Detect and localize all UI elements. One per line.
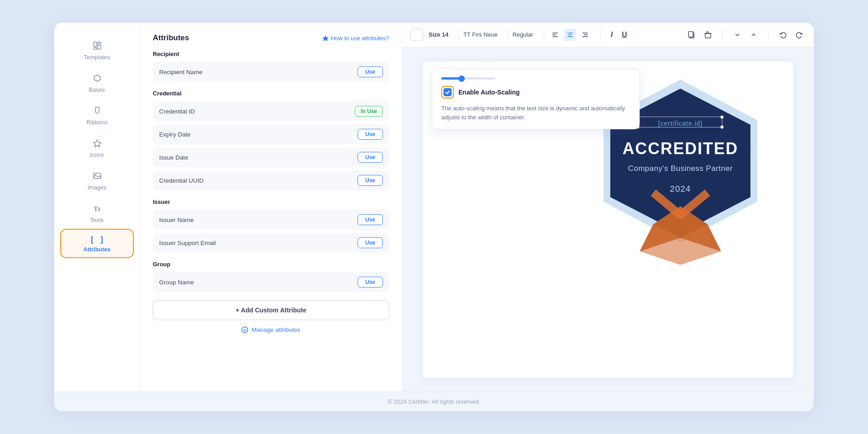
font-size-label[interactable]: Size 14 <box>429 31 448 38</box>
attr-name-recipient-name: Recipient Name <box>159 69 203 75</box>
svg-text:2024: 2024 <box>670 184 691 193</box>
sidebar-item-images[interactable]: Images <box>54 164 140 196</box>
sidebar-item-texts[interactable]: Tt Texts <box>54 196 140 229</box>
attr-row-issuer-name: Issuer Name Use <box>153 210 389 230</box>
autoscale-row: Enable Auto-Scaling <box>441 86 630 99</box>
use-btn-recipient-name[interactable]: Use <box>358 66 383 77</box>
use-btn-expiry-date[interactable]: Use <box>358 129 383 140</box>
svg-point-9 <box>242 327 248 333</box>
redo-btn[interactable] <box>793 28 806 41</box>
delete-btn[interactable] <box>702 28 714 41</box>
slider-row <box>441 77 630 80</box>
svg-point-6 <box>94 175 96 176</box>
svg-rect-5 <box>94 173 101 179</box>
attr-row-expiry-date: Expiry Date Use <box>153 124 389 144</box>
font-style-label[interactable]: Regular <box>513 31 533 38</box>
attr-name-issue-date: Issue Date <box>159 154 189 161</box>
autoscale-desc: The auto-scaling means that the text siz… <box>441 104 630 122</box>
attributes-icon: [ ] <box>90 236 104 244</box>
sidebar-item-ribbons[interactable]: Ribbons <box>54 99 140 131</box>
sidebar-item-icons-label: Icons <box>90 152 104 158</box>
use-btn-group-name[interactable]: Use <box>358 277 383 288</box>
undo-btn[interactable] <box>777 28 789 41</box>
use-btn-credential-uuid[interactable]: Use <box>358 175 383 186</box>
sidebar-item-attributes-label: Attributes <box>83 246 110 253</box>
toolbar-divider-4 <box>600 29 601 40</box>
autoscale-checkbox[interactable] <box>443 88 452 96</box>
color-box[interactable] <box>410 28 423 41</box>
editor-canvas: Enable Auto-Scaling The auto-scaling mea… <box>402 47 814 392</box>
align-right-btn[interactable] <box>579 28 591 41</box>
in-use-btn-credential-id[interactable]: In Use <box>355 106 383 117</box>
italic-btn[interactable]: I <box>605 28 618 41</box>
svg-rect-0 <box>94 42 97 46</box>
align-group <box>549 28 591 41</box>
how-to-link[interactable]: How to use attributes? <box>322 35 389 42</box>
copy-style-btn[interactable] <box>685 28 698 41</box>
attr-name-group-name: Group Name <box>159 279 194 286</box>
font-family-label[interactable]: TT Firs Neue <box>463 31 498 38</box>
svg-marker-8 <box>322 35 329 41</box>
attr-name-expiry-date: Expiry Date <box>159 131 191 138</box>
attr-row-issue-date: Issue Date Use <box>153 147 389 167</box>
manage-attributes-link[interactable]: Manage attributes <box>153 326 389 333</box>
attributes-header: Attributes How to use attributes? <box>153 33 389 42</box>
sidebar-item-templates-label: Templates <box>84 54 110 61</box>
images-icon <box>92 171 102 182</box>
move-up-btn[interactable] <box>747 28 760 41</box>
autoscale-tooltip: Enable Auto-Scaling The auto-scaling mea… <box>432 69 640 129</box>
toolbar-divider-6 <box>768 29 769 40</box>
svg-text:ACCREDITED: ACCREDITED <box>623 139 738 158</box>
svg-marker-4 <box>93 140 101 147</box>
use-btn-issuer-name[interactable]: Use <box>358 214 383 225</box>
section-group-label: Group <box>153 261 389 268</box>
sidebar-item-icons[interactable]: Icons <box>54 131 140 164</box>
align-center-btn[interactable] <box>564 28 576 41</box>
attr-row-credential-id: Credential ID In Use <box>153 101 389 121</box>
sidebar-item-texts-label: Texts <box>90 217 104 223</box>
attr-row-issuer-support-email: Issuer Support Email Use <box>153 233 389 253</box>
toolbar: Size 14 TT Firs Neue Regular <box>402 23 814 47</box>
use-btn-issue-date[interactable]: Use <box>358 152 383 163</box>
slider-thumb <box>458 75 465 82</box>
autoscale-checkbox-wrap <box>441 86 454 99</box>
align-left-btn[interactable] <box>549 28 561 41</box>
canvas-white: Enable Auto-Scaling The auto-scaling mea… <box>423 61 793 378</box>
toolbar-divider-3 <box>544 29 544 40</box>
move-down-btn[interactable] <box>731 28 744 41</box>
toolbar-divider-2 <box>508 29 508 40</box>
svg-text:Company's Business Partner: Company's Business Partner <box>628 164 733 173</box>
attr-name-issuer-support-email: Issuer Support Email <box>159 240 216 246</box>
attr-row-recipient-name: Recipient Name Use <box>153 62 389 82</box>
sidebar-item-attributes[interactable]: [ ] Attributes <box>60 229 134 258</box>
manage-attributes-label: Manage attributes <box>251 326 300 333</box>
attr-name-credential-id: Credential ID <box>159 108 195 115</box>
sidebar-item-images-label: Images <box>88 184 107 191</box>
attr-row-credential-uuid: Credential UUID Use <box>153 170 389 190</box>
attr-name-issuer-name: Issuer Name <box>159 217 194 223</box>
sidebar-item-templates[interactable]: Templates <box>54 33 140 66</box>
svg-rect-1 <box>98 42 101 44</box>
svg-rect-21 <box>705 33 711 38</box>
use-btn-issuer-support-email[interactable]: Use <box>358 237 383 248</box>
svg-rect-2 <box>98 45 101 49</box>
sidebar-item-bases[interactable]: Bases <box>54 66 140 99</box>
footer-copyright: © 2024 Certifier. All rights reserved. <box>388 398 481 405</box>
underline-btn[interactable]: U <box>618 28 631 41</box>
sidebar-item-bases-label: Bases <box>89 87 105 93</box>
icons-icon <box>92 138 102 150</box>
attributes-panel: Attributes How to use attributes? Recipi… <box>140 23 402 392</box>
section-recipient-label: Recipient <box>153 51 389 57</box>
attributes-title: Attributes <box>153 33 189 42</box>
add-custom-attribute-button[interactable]: + Add Custom Attribute <box>153 300 389 320</box>
ribbons-icon <box>92 106 102 117</box>
svg-text:[certificate.id]: [certificate.id] <box>658 120 703 127</box>
texts-icon: Tt <box>92 203 102 215</box>
editor-area: Size 14 TT Firs Neue Regular <box>402 23 814 392</box>
toolbar-right <box>685 28 806 41</box>
sidebar: Templates Bases Ribbons Ic <box>54 23 140 392</box>
templates-icon <box>92 41 102 52</box>
sidebar-item-ribbons-label: Ribbons <box>86 119 108 126</box>
svg-rect-3 <box>94 47 97 49</box>
slider-track[interactable] <box>441 77 495 80</box>
